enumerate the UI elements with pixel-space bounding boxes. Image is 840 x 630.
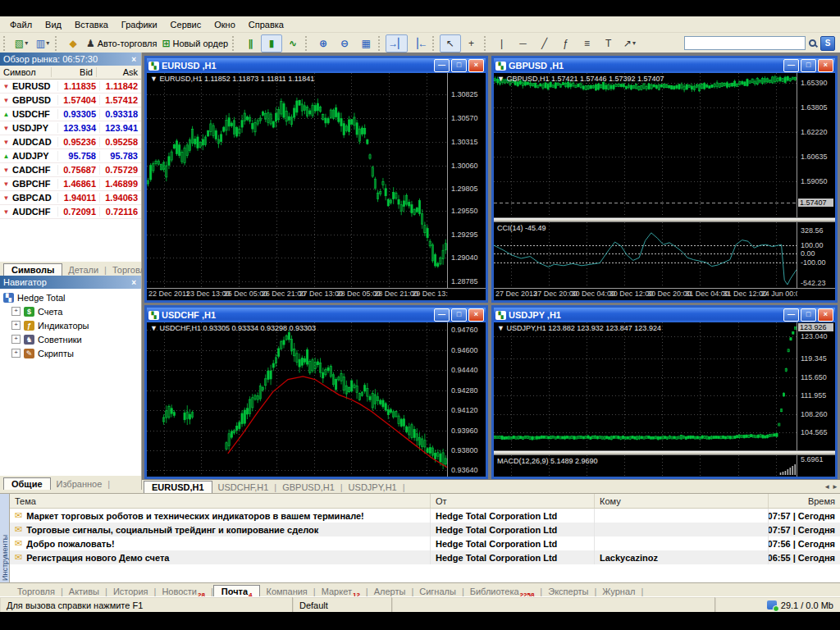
market-watch-row[interactable]: ▼EURUSD1.118351.11842 <box>0 80 141 94</box>
tile-windows-button[interactable]: ▦ <box>355 34 377 52</box>
close-button[interactable]: × <box>818 308 833 322</box>
chart-pane[interactable]: ▼ USDCHF,H1 0.93305 0.93334 0.93298 0.93… <box>147 322 447 477</box>
indicator-pane[interactable]: CCI(14) -45.49 <box>494 222 797 288</box>
arrows-button[interactable]: ↗▾ <box>619 34 641 52</box>
chart-window-titlebar[interactable]: ▚USDJPY ,H1—□× <box>494 308 835 322</box>
chart-tab[interactable]: GBPUSD,H1 <box>276 482 340 493</box>
minimize-button[interactable]: — <box>434 59 450 72</box>
toolbar-gripper[interactable] <box>378 36 382 51</box>
tab-scroll-left-icon[interactable]: ◄ <box>824 483 830 491</box>
profiles-button[interactable]: ▥▾ <box>32 34 53 52</box>
menu-item[interactable]: Справка <box>242 18 290 31</box>
tab-scroll-right-icon[interactable]: ► <box>832 483 838 491</box>
horizontal-line-button[interactable]: ─ <box>513 34 534 52</box>
close-button[interactable]: × <box>468 59 484 72</box>
terminal-tab-7[interactable]: Маркет12 <box>316 586 366 597</box>
line-chart-button[interactable]: ∿ <box>282 34 304 52</box>
auto-scroll-button[interactable]: →▏ <box>386 34 408 52</box>
expand-icon[interactable]: + <box>11 307 21 316</box>
navigator-item-indicators[interactable]: +ƒИндикаторы <box>0 318 141 332</box>
market-watch-row[interactable]: ▼GBPUSD1.574041.57412 <box>0 94 141 107</box>
terminal-tab-6[interactable]: Компания <box>260 586 313 597</box>
terminal-tab-5[interactable]: Почта4 <box>213 585 261 597</box>
minimize-button[interactable]: — <box>434 308 450 322</box>
chart-pane[interactable]: ▼ USDJPY,H1 123.882 123.932 123.847 123.… <box>494 322 797 450</box>
vertical-line-button[interactable]: | <box>491 34 513 52</box>
terminal-tab-12[interactable]: Журнал <box>596 586 641 597</box>
terminal-tab-11[interactable]: Эксперты <box>542 586 594 597</box>
community-button[interactable]: S <box>820 36 835 51</box>
market-watch-row[interactable]: ▼AUDCAD0.952360.95258 <box>0 135 141 149</box>
chart-window-titlebar[interactable]: ▚EURUSD ,H1—□× <box>147 58 486 73</box>
navigator-item-accounts[interactable]: +$Счета <box>0 304 141 318</box>
restore-button[interactable]: □ <box>801 308 816 322</box>
channels-button[interactable]: ≡ <box>577 34 598 52</box>
status-profile[interactable]: Default <box>293 597 392 612</box>
zoom-in-button[interactable]: ⊕ <box>313 34 334 52</box>
terminal-tab-2[interactable]: Активы <box>63 586 105 597</box>
search-input[interactable] <box>684 36 806 50</box>
mail-row[interactable]: ✉Маркет торговых роботов и технических и… <box>10 509 840 523</box>
toolbar-gripper[interactable] <box>305 36 309 51</box>
toolbar-gripper[interactable] <box>432 36 436 51</box>
chart-tab[interactable]: USDJPY,H1 <box>343 482 403 493</box>
indicator-pane[interactable]: MACD(12,26,9) 5.1489 2.9690 <box>494 455 797 477</box>
minimize-button[interactable]: — <box>783 59 799 72</box>
chart-window-titlebar[interactable]: ▚GBPUSD ,H1—□× <box>494 58 835 73</box>
close-icon[interactable]: × <box>130 278 138 287</box>
terminal-tab-3[interactable]: История <box>107 586 154 597</box>
mail-row[interactable]: ✉Регистрация нового Демо счетаHedge Tota… <box>10 550 840 564</box>
terminal-side-tab[interactable]: Инструменты <box>0 494 10 583</box>
mail-row[interactable]: ✉Добро пожаловать!Hedge Total Corporatio… <box>10 536 840 550</box>
chart-tab[interactable]: EURUSD,H1 <box>144 481 212 493</box>
menu-item[interactable]: Окно <box>208 18 242 31</box>
autotrade-button[interactable]: ♟Авто-торговля <box>84 34 159 52</box>
text-button[interactable]: T <box>598 34 619 52</box>
new-order-button[interactable]: ⊞Новый ордер <box>159 34 231 52</box>
close-icon[interactable]: × <box>130 55 138 64</box>
restore-button[interactable]: □ <box>801 59 816 72</box>
metaeditor-button[interactable]: ◆ <box>62 34 84 52</box>
expand-icon[interactable]: + <box>11 335 21 344</box>
bar-chart-button[interactable]: ∥ <box>240 34 261 52</box>
close-button[interactable]: × <box>468 308 484 322</box>
navigator-item-experts[interactable]: +♞Советники <box>0 332 141 346</box>
mail-row[interactable]: ✉Торговые сигналы, социальный трейдинг и… <box>10 523 840 536</box>
menu-item[interactable]: Вид <box>39 18 68 31</box>
restore-button[interactable]: □ <box>451 308 467 322</box>
candlestick-chart-button[interactable]: ▮ <box>261 34 282 52</box>
chart-pane[interactable]: ▼ EURUSD,H1 1.11852 1.11873 1.11811 1.11… <box>147 73 447 288</box>
terminal-tab-9[interactable]: Сигналы <box>413 586 462 597</box>
expand-icon[interactable]: + <box>11 321 21 330</box>
cursor-button[interactable]: ↖ <box>440 34 461 52</box>
navigator-tab[interactable]: Избранное <box>51 478 108 490</box>
navigator-item-scripts[interactable]: +✎Скрипты <box>0 346 141 360</box>
menu-item[interactable]: Сервис <box>164 18 208 31</box>
market-watch-row[interactable]: ▼CADCHF0.756870.75729 <box>0 163 141 177</box>
toolbar-gripper[interactable] <box>3 36 7 51</box>
menu-item[interactable]: Вставка <box>68 18 115 31</box>
market-watch-row[interactable]: ▲USDCHF0.933050.93318 <box>0 107 141 121</box>
market-watch-row[interactable]: ▼USDJPY123.934123.941 <box>0 121 141 135</box>
menu-item[interactable]: Файл <box>3 18 39 31</box>
market-watch-row[interactable]: ▲AUDJPY95.75895.783 <box>0 149 141 163</box>
terminal-tab-4[interactable]: Новости28 <box>156 586 211 597</box>
chart-shift-button[interactable]: ▕← <box>408 34 430 52</box>
toolbar-gripper[interactable] <box>232 36 236 51</box>
market-watch-row[interactable]: ▼GBPCHF1.468611.46899 <box>0 177 141 191</box>
navigator-root[interactable]: ▚Hedge Total <box>0 290 141 304</box>
terminal-tab-1[interactable]: Торговля <box>11 586 61 597</box>
market-watch-tab[interactable]: Символы <box>3 263 62 276</box>
market-watch-row[interactable]: ▼AUDCHF0.720910.72116 <box>0 205 141 219</box>
fibonacci-button[interactable]: ƒ <box>555 34 577 52</box>
minimize-button[interactable]: — <box>783 308 799 322</box>
new-chart-button[interactable]: ▧▾ <box>11 34 32 52</box>
chart-window-titlebar[interactable]: ▚USDCHF ,H1—□× <box>147 308 486 322</box>
restore-button[interactable]: □ <box>451 59 467 72</box>
chart-tab[interactable]: USDCHF,H1 <box>212 482 275 493</box>
terminal-tab-10[interactable]: Библиотека2258 <box>464 586 541 597</box>
menu-item[interactable]: Графики <box>115 18 164 31</box>
toolbar-gripper[interactable] <box>484 36 488 51</box>
crosshair-button[interactable]: + <box>461 34 482 52</box>
market-watch-tab[interactable]: Детали <box>62 264 104 276</box>
